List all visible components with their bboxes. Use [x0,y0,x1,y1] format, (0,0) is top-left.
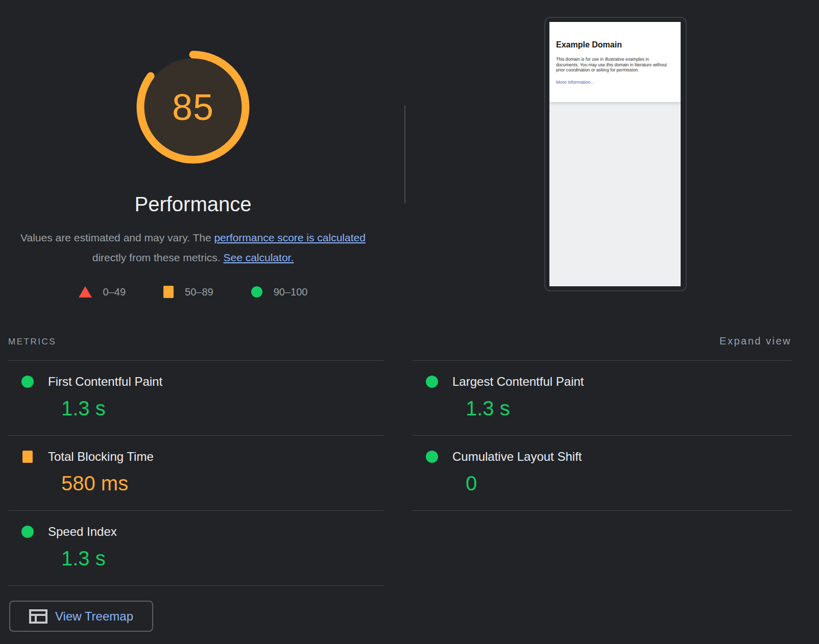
metric-first-contentful-paint: First Contentful Paint 1.3 s [8,361,383,436]
metrics-column-left: First Contentful Paint 1.3 s Total Block… [8,360,383,586]
pass-circle-icon [21,376,34,388]
expand-view-button[interactable]: Expand view [719,333,791,349]
pass-circle-icon [426,451,438,463]
average-square-icon [163,286,174,298]
pass-circle-icon [426,376,438,388]
score-legend: 0–49 50–89 90–100 [0,286,386,298]
legend-average-range: 50–89 [185,286,213,298]
metrics-section-title: METRICS [8,334,56,350]
score-calc-link[interactable]: performance score is calculated [214,232,365,243]
screenshot-page-body: This domain is for use in illustrative e… [556,57,672,73]
screenshot-page-title: Example Domain [556,39,672,51]
metric-cumulative-layout-shift: Cumulative Layout Shift 0 [413,436,791,511]
metric-total-blocking-time: Total Blocking Time 580 ms [8,436,383,511]
score-description: Values are estimated and may vary. The p… [15,228,371,267]
legend-pass: 90–100 [251,286,308,298]
metric-value: 0 [466,472,791,495]
pass-circle-icon [251,286,262,298]
legend-pass-range: 90–100 [274,286,308,298]
metric-name: First Contentful Paint [48,374,162,389]
treemap-icon [29,609,47,624]
metric-name: Speed Index [48,524,117,539]
view-treemap-button[interactable]: View Treemap [9,601,153,632]
section-divider [404,106,405,203]
screenshot-page-link: More information... [556,80,594,85]
metric-speed-index: Speed Index 1.3 s [8,511,383,586]
pass-circle-icon [21,526,34,538]
legend-average: 50–89 [163,286,213,298]
description-text: Values are estimated and may vary. The [20,232,214,243]
fail-triangle-icon [79,286,92,298]
screenshot-content: Example Domain This domain is for use in… [549,22,681,286]
performance-gauge: 85 [133,47,253,167]
metric-name: Largest Contentful Paint [452,374,584,389]
metric-name: Cumulative Layout Shift [452,449,582,464]
metrics-column-right: Largest Contentful Paint 1.3 s Cumulativ… [413,360,791,511]
view-treemap-label: View Treemap [55,609,133,624]
metric-value: 1.3 s [61,547,383,570]
description-text-mid: directly from these metrics. [92,252,224,263]
see-calculator-link[interactable]: See calculator. [223,252,294,263]
performance-title: Performance [0,193,386,216]
metric-largest-contentful-paint: Largest Contentful Paint 1.3 s [413,361,791,436]
average-square-icon [21,451,34,463]
page-screenshot-thumbnail: Example Domain This domain is for use in… [544,17,687,291]
metric-value: 1.3 s [466,397,791,420]
metric-value: 580 ms [61,472,383,495]
performance-score: 85 [133,47,253,167]
metric-value: 1.3 s [61,397,383,420]
legend-fail: 0–49 [79,286,126,298]
screenshot-page-card: Example Domain This domain is for use in… [549,22,681,102]
legend-fail-range: 0–49 [103,286,126,298]
metric-name: Total Blocking Time [48,449,154,464]
